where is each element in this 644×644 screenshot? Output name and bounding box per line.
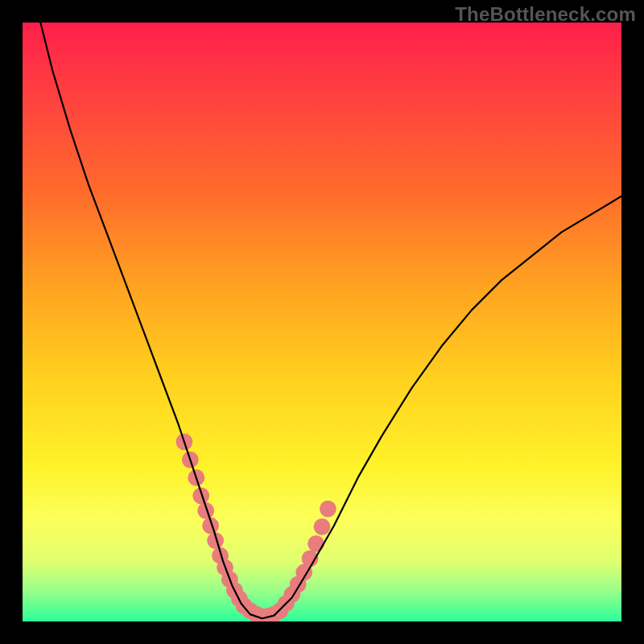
plot-area xyxy=(23,23,621,621)
bottleneck-curve xyxy=(40,23,621,618)
marker-dot xyxy=(314,518,331,535)
chart-svg xyxy=(23,23,621,621)
marker-dot xyxy=(308,535,324,552)
chart-frame: TheBottleneck.com xyxy=(0,0,644,644)
marker-group xyxy=(176,433,336,621)
marker-dot xyxy=(320,501,336,518)
